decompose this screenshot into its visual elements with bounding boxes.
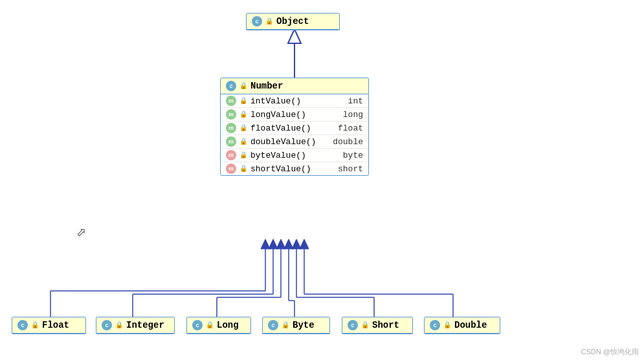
method-floatvalue: m 🔒 floatValue() float (221, 122, 368, 135)
method-return-bytevalue: byte (343, 151, 363, 160)
arrows-svg (0, 0, 644, 362)
method-name-shortvalue: shortValue() (250, 164, 335, 174)
method-icon-intvalue: m (226, 96, 236, 106)
svg-marker-3 (288, 29, 301, 43)
lock-icon-floatvalue: 🔒 (239, 123, 248, 133)
number-class-header: c 🔒 Number (221, 78, 368, 94)
short-class-header: c 🔒 Short (342, 317, 412, 334)
method-icon-doublevalue: m (226, 136, 236, 147)
method-return-longvalue: long (343, 110, 363, 120)
method-icon-floatvalue: m (226, 123, 236, 133)
method-return-floatvalue: float (338, 123, 363, 133)
integer-class-header: c 🔒 Integer (96, 317, 174, 334)
long-class-icon: c (192, 320, 203, 330)
float-lock-icon: 🔒 (30, 321, 39, 330)
integer-lock-icon: 🔒 (115, 321, 124, 330)
double-class-name: Double (454, 320, 487, 330)
number-class-name: Number (250, 81, 283, 91)
object-class-name: Object (276, 16, 309, 27)
method-doublevalue: m 🔒 doubleValue() double (221, 135, 368, 149)
integer-class-icon: c (102, 320, 112, 330)
double-class-box: c 🔒 Double (424, 317, 500, 334)
method-intvalue: m 🔒 intValue() int (221, 94, 368, 108)
method-return-shortvalue: short (338, 164, 363, 174)
diagram-container: c 🔒 Object c 🔒 Number m 🔒 intValue() int… (0, 0, 644, 362)
svg-marker-11 (269, 239, 278, 249)
integer-class-name: Integer (126, 320, 164, 330)
svg-marker-7 (261, 239, 270, 249)
long-class-name: Long (217, 320, 239, 330)
float-class-box: c 🔒 Float (12, 317, 86, 334)
method-name-floatvalue: floatValue() (250, 123, 335, 133)
svg-marker-23 (292, 239, 301, 249)
short-class-name: Short (372, 320, 399, 330)
object-class-header: c 🔒 Object (247, 14, 339, 30)
float-class-icon: c (17, 320, 28, 330)
method-longvalue: m 🔒 longValue() long (221, 108, 368, 122)
number-class-icon: c (226, 81, 236, 91)
number-lock-icon: 🔒 (239, 81, 248, 90)
byte-class-header: c 🔒 Byte (263, 317, 329, 334)
cursor: ⬀ (76, 225, 86, 239)
float-class-name: Float (42, 320, 69, 330)
object-class-box: c 🔒 Object (246, 13, 340, 30)
method-icon-bytevalue: m (226, 150, 236, 160)
integer-class-box: c 🔒 Integer (96, 317, 175, 334)
lock-icon-longvalue: 🔒 (239, 110, 248, 119)
lock-icon-bytevalue: 🔒 (239, 151, 248, 160)
method-icon-longvalue: m (226, 109, 236, 120)
number-class-body: m 🔒 intValue() int m 🔒 longValue() long … (221, 94, 368, 175)
float-class-header: c 🔒 Float (12, 317, 85, 334)
svg-marker-15 (276, 239, 285, 249)
short-class-box: c 🔒 Short (342, 317, 413, 334)
object-lock-icon: 🔒 (265, 17, 274, 26)
lock-icon-shortvalue: 🔒 (239, 164, 248, 173)
long-class-box: c 🔒 Long (186, 317, 251, 334)
lock-icon-doublevalue: 🔒 (239, 137, 248, 146)
short-lock-icon: 🔒 (361, 321, 370, 330)
method-return-doublevalue: double (333, 137, 363, 147)
byte-class-icon: c (268, 320, 278, 330)
method-name-intvalue: intValue() (250, 96, 346, 106)
method-name-bytevalue: byteValue() (250, 151, 340, 160)
long-lock-icon: 🔒 (205, 321, 214, 330)
method-icon-shortvalue: m (226, 164, 236, 174)
byte-lock-icon: 🔒 (281, 321, 290, 330)
double-lock-icon: 🔒 (443, 321, 452, 330)
short-class-icon: c (348, 320, 358, 330)
double-class-header: c 🔒 Double (425, 317, 500, 334)
watermark: CSDN @惊鸿化雨 (581, 347, 639, 357)
method-shortvalue: m 🔒 shortValue() short (221, 162, 368, 175)
svg-marker-27 (300, 239, 309, 249)
object-class-icon: c (252, 16, 262, 27)
byte-class-box: c 🔒 Byte (262, 317, 330, 334)
number-class-box: c 🔒 Number m 🔒 intValue() int m 🔒 longVa… (220, 78, 369, 176)
byte-class-name: Byte (293, 320, 315, 330)
lock-icon-intvalue: 🔒 (239, 96, 248, 105)
method-return-intvalue: int (348, 96, 363, 106)
double-class-icon: c (430, 320, 440, 330)
long-class-header: c 🔒 Long (187, 317, 250, 334)
svg-marker-19 (284, 239, 293, 249)
method-name-longvalue: longValue() (250, 110, 340, 120)
method-name-doublevalue: doubleValue() (250, 137, 330, 147)
method-bytevalue: m 🔒 byteValue() byte (221, 149, 368, 162)
